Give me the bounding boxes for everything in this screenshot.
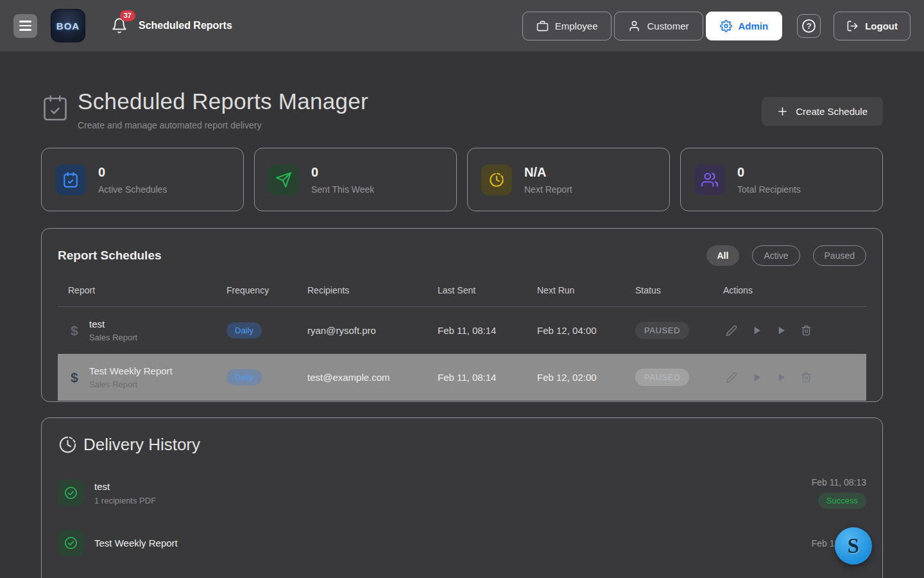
briefcase-icon bbox=[536, 20, 549, 32]
last-sent-cell: Feb 11, 08:14 bbox=[438, 372, 537, 383]
create-schedule-button[interactable]: Create Schedule bbox=[762, 97, 883, 126]
hamburger-icon bbox=[19, 21, 31, 22]
topbar-title: Scheduled Reports bbox=[139, 20, 232, 31]
assistant-fab[interactable]: S bbox=[835, 527, 872, 565]
help-button[interactable]: ? bbox=[797, 14, 821, 38]
status-badge: PAUSED bbox=[635, 369, 689, 386]
history-clock-icon bbox=[58, 435, 78, 455]
stat-value: 0 bbox=[311, 165, 374, 180]
report-name: test bbox=[89, 319, 137, 329]
role-button-employee[interactable]: Employee bbox=[522, 12, 612, 40]
app-logo: BOA bbox=[51, 9, 85, 42]
report-name: Test Weekly Report bbox=[89, 365, 173, 376]
users-icon bbox=[694, 164, 725, 195]
logout-icon bbox=[846, 20, 859, 32]
create-schedule-label: Create Schedule bbox=[796, 106, 868, 117]
check-circle-icon bbox=[58, 480, 84, 506]
filter-paused[interactable]: Paused bbox=[813, 245, 866, 266]
history-entry: Test Weekly Report Feb 11, 08:13 bbox=[58, 530, 866, 556]
logo-text: BOA bbox=[56, 21, 80, 31]
logout-button[interactable]: Logout bbox=[834, 12, 911, 40]
history-report-name: Test Weekly Report bbox=[94, 538, 178, 548]
recipients-cell: test@example.com bbox=[307, 372, 438, 383]
schedules-title: Report Schedules bbox=[58, 249, 162, 263]
report-type: Sales Report bbox=[89, 380, 173, 389]
history-time: Feb 11, 08:13 bbox=[812, 477, 866, 487]
dollar-icon: $ bbox=[71, 370, 80, 385]
snake-logo-icon: S bbox=[848, 536, 859, 557]
stat-card-total-recipients: 0 Total Recipients bbox=[680, 148, 883, 211]
filter-active[interactable]: Active bbox=[752, 245, 800, 266]
report-type: Sales Report bbox=[89, 333, 137, 342]
table-header: Report Frequency Recipients Last Sent Ne… bbox=[58, 274, 866, 307]
pencil-icon bbox=[726, 325, 737, 337]
resume-button[interactable] bbox=[752, 326, 762, 335]
logout-label: Logout bbox=[865, 21, 898, 31]
question-icon: ? bbox=[802, 19, 816, 33]
table-row[interactable]: $ test Sales Report Daily ryan@rysoft.pr… bbox=[58, 307, 866, 354]
table-row[interactable]: $ Test Weekly Report Sales Report Daily … bbox=[58, 354, 866, 401]
calendar-check-icon bbox=[55, 164, 86, 195]
send-icon bbox=[268, 164, 299, 195]
stat-card-sent-this-week: 0 Sent This Week bbox=[254, 148, 457, 211]
menu-button[interactable] bbox=[13, 14, 37, 38]
run-now-button[interactable] bbox=[776, 326, 786, 335]
next-run-cell: Feb 12, 02:00 bbox=[537, 372, 635, 383]
history-title: Delivery History bbox=[83, 435, 200, 455]
main-content: Scheduled Reports Manager Create and man… bbox=[0, 89, 924, 578]
gear-icon bbox=[720, 20, 732, 32]
role-button-admin[interactable]: Admin bbox=[706, 12, 783, 40]
pencil-icon bbox=[726, 372, 737, 383]
resume-button[interactable] bbox=[752, 372, 762, 382]
play-icon bbox=[752, 372, 762, 382]
calendar-check-icon bbox=[41, 94, 69, 122]
user-icon bbox=[628, 20, 640, 32]
edit-button[interactable] bbox=[726, 325, 737, 337]
history-entry: test 1 recipients PDF Feb 11, 08:13 Succ… bbox=[58, 477, 866, 509]
history-report-name: test bbox=[94, 481, 156, 492]
delete-button[interactable] bbox=[801, 325, 812, 336]
trash-icon bbox=[801, 325, 812, 336]
role-button-customer[interactable]: Customer bbox=[614, 12, 703, 40]
frequency-badge: Daily bbox=[227, 322, 262, 338]
delete-button[interactable] bbox=[801, 372, 812, 383]
role-label: Admin bbox=[739, 21, 769, 31]
role-label: Customer bbox=[647, 21, 689, 31]
history-detail: 1 recipients PDF bbox=[94, 496, 156, 505]
plus-icon bbox=[777, 106, 788, 117]
stat-label: Active Schedules bbox=[98, 184, 167, 195]
schedules-table: Report Frequency Recipients Last Sent Ne… bbox=[42, 274, 882, 401]
trash-icon bbox=[801, 372, 812, 383]
stat-value: 0 bbox=[737, 165, 801, 180]
play-icon bbox=[776, 372, 786, 382]
stat-label: Next Report bbox=[524, 184, 572, 195]
delivery-history-card: Delivery History test 1 recipients PDF F… bbox=[41, 417, 883, 578]
edit-button[interactable] bbox=[726, 372, 737, 383]
stat-label: Total Recipients bbox=[737, 184, 801, 195]
schedule-filters: All Active Paused bbox=[706, 245, 867, 266]
column-header-frequency: Frequency bbox=[227, 285, 307, 295]
stat-value: N/A bbox=[524, 165, 572, 180]
column-header-status: Status bbox=[635, 285, 723, 295]
run-now-button[interactable] bbox=[776, 372, 786, 382]
column-header-next-run: Next Run bbox=[537, 285, 635, 295]
page-subtitle: Create and manage automated report deliv… bbox=[78, 120, 368, 130]
notifications-button[interactable]: 37 bbox=[111, 17, 128, 34]
column-header-actions: Actions bbox=[723, 285, 866, 295]
stats-row: 0 Active Schedules 0 Sent This Week bbox=[41, 148, 883, 211]
role-switcher: Employee Customer Admin bbox=[522, 12, 782, 40]
notification-badge: 37 bbox=[120, 10, 135, 21]
column-header-last-sent: Last Sent bbox=[438, 285, 537, 295]
page-title: Scheduled Reports Manager bbox=[78, 89, 368, 114]
dollar-icon: $ bbox=[71, 323, 80, 338]
column-header-recipients: Recipients bbox=[307, 285, 438, 295]
stat-value: 0 bbox=[98, 165, 167, 180]
play-icon bbox=[752, 326, 762, 335]
frequency-badge: Daily bbox=[227, 369, 262, 385]
clock-icon bbox=[481, 164, 512, 195]
filter-all[interactable]: All bbox=[706, 245, 740, 266]
page-header: Scheduled Reports Manager Create and man… bbox=[41, 89, 883, 130]
role-label: Employee bbox=[555, 21, 598, 31]
column-header-report: Report bbox=[58, 285, 227, 295]
check-circle-icon bbox=[58, 530, 84, 556]
